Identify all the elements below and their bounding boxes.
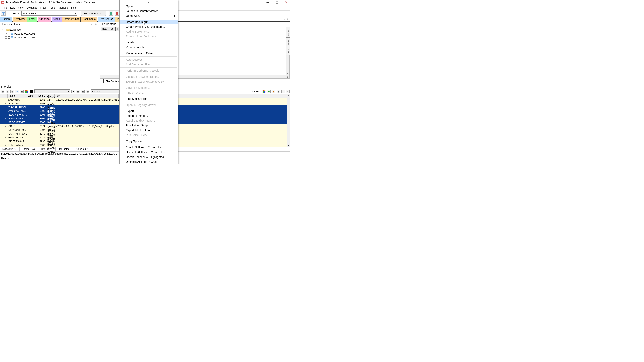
tree-checkbox[interactable] bbox=[8, 36, 10, 39]
menu-scroll-up-icon[interactable]: ▲ bbox=[120, 1, 178, 4]
fl-btn-7[interactable]: ▦ bbox=[76, 90, 80, 93]
content-bottom-tab[interactable]: File Content bbox=[103, 79, 122, 83]
side-tab-media[interactable]: Media bbox=[286, 38, 290, 47]
menu-item-review-labels[interactable]: Review Labels... bbox=[120, 45, 178, 50]
row-checkbox[interactable] bbox=[2, 128, 2, 132]
menu-evidence[interactable]: Evidence bbox=[25, 6, 38, 10]
tab-internet-chat[interactable]: Internet/Chat bbox=[62, 16, 80, 22]
column-header[interactable]: Label bbox=[27, 94, 37, 98]
side-tab-web[interactable]: Web bbox=[286, 47, 290, 55]
menu-item-export[interactable]: Export... bbox=[120, 109, 178, 114]
tab-explore[interactable]: Explore bbox=[0, 16, 12, 22]
menu-item-launch-in-content-viewer[interactable]: Launch in Content Viewer bbox=[120, 8, 178, 13]
menu-item-create-bookmark[interactable]: Create Bookmark... bbox=[120, 20, 178, 24]
row-checkbox[interactable] bbox=[2, 132, 2, 136]
tab-live-search[interactable]: Live Search bbox=[98, 16, 115, 22]
view-tab-hex[interactable]: Hex bbox=[100, 27, 108, 31]
minimize-button[interactable]: — bbox=[265, 0, 270, 4]
fl-globe-icon[interactable]: ◉ bbox=[267, 90, 270, 93]
menu-item-check-all-files-in-current-list[interactable]: Check All Files in Current List bbox=[120, 145, 178, 150]
fl-btn-2[interactable]: ▤ bbox=[6, 90, 9, 93]
menu-item-check-uncheck-all-highlighted[interactable]: Check/Uncheck All Highlighted bbox=[120, 154, 178, 159]
tab-overview[interactable]: Overview bbox=[12, 16, 27, 22]
row-checkbox[interactable] bbox=[2, 109, 2, 113]
fl-btn-8[interactable]: ▦ bbox=[81, 90, 84, 93]
fl-pencil-icon[interactable]: ✎ bbox=[15, 90, 19, 93]
tab-bookmarks[interactable]: Bookmarks bbox=[81, 16, 97, 22]
menu-item-uncheck-all-files-in-case[interactable]: Uncheck All Files in Case bbox=[120, 159, 178, 164]
tab-graphics[interactable]: Graphics bbox=[38, 16, 52, 22]
fl-r4-icon[interactable]: ▦ bbox=[276, 90, 280, 93]
fl-btn-6[interactable]: ▾ bbox=[72, 90, 75, 93]
menu-edit[interactable]: Edit bbox=[9, 6, 16, 10]
row-checkbox[interactable] bbox=[2, 117, 2, 120]
fl-color-icon[interactable] bbox=[25, 90, 28, 93]
fl-r3-icon[interactable]: ◉ bbox=[272, 90, 275, 93]
grid-scrollbar[interactable]: ▲▼ bbox=[287, 94, 290, 147]
toolbar-icon-2[interactable] bbox=[115, 11, 119, 16]
menu-item-run-python-script[interactable]: Run Python Script... bbox=[120, 123, 178, 128]
column-header[interactable]: Item... bbox=[37, 94, 46, 98]
tree-checkbox[interactable] bbox=[8, 32, 10, 35]
toolbar-icon-1[interactable] bbox=[109, 11, 113, 16]
filter-manager-button[interactable]: Filter Manager... bbox=[81, 11, 106, 16]
context-menu[interactable]: ▲ OpenLaunch in Content ViewerOpen With.… bbox=[119, 0, 178, 164]
tab-scroll-left-icon[interactable]: ◄ bbox=[283, 18, 286, 20]
tab-email[interactable]: Email bbox=[27, 16, 37, 22]
tree-item-label[interactable]: M29962-0027.001 bbox=[14, 32, 35, 35]
menu-file[interactable]: File bbox=[2, 6, 8, 10]
row-checkbox[interactable] bbox=[2, 140, 2, 143]
fl-select-1[interactable] bbox=[34, 89, 70, 93]
close-button[interactable]: ✕ bbox=[284, 0, 288, 4]
tree-collapse-icon[interactable]: − bbox=[1, 28, 4, 31]
evidence-tree[interactable]: − Evidence + M29962-0027.001 + M29962-00… bbox=[0, 26, 99, 41]
row-checkbox[interactable] bbox=[2, 136, 2, 139]
row-checkbox[interactable] bbox=[2, 98, 2, 101]
scroll-down-icon[interactable]: ▼ bbox=[287, 72, 290, 75]
row-checkbox[interactable] bbox=[2, 102, 2, 105]
row-checkbox[interactable] bbox=[2, 106, 2, 109]
scroll-right-icon[interactable]: ► bbox=[287, 76, 290, 78]
menu-item-copy-special[interactable]: Copy Special... bbox=[120, 139, 178, 144]
menu-item-labels[interactable]: Labels... bbox=[120, 40, 178, 45]
scroll-up-icon[interactable]: ▲ bbox=[288, 94, 290, 97]
side-tab-default[interactable]: Default bbox=[286, 27, 290, 38]
column-header[interactable] bbox=[0, 94, 4, 98]
menu-item-export-file-list-info[interactable]: Export File List Info... bbox=[120, 128, 178, 133]
tab-video[interactable]: Video bbox=[52, 16, 62, 22]
menu-help[interactable]: Help bbox=[70, 6, 78, 10]
menu-item-mount-image-to-drive[interactable]: Mount Image to Drive... bbox=[120, 51, 178, 56]
fl-close-icon[interactable]: ✕ bbox=[281, 90, 285, 93]
menu-manage[interactable]: Manage bbox=[58, 6, 69, 10]
fl-r1-icon[interactable] bbox=[262, 90, 266, 93]
nav-back-icon[interactable]: ◄ bbox=[90, 22, 93, 26]
row-checkbox[interactable] bbox=[2, 124, 2, 128]
fl-btn-5[interactable]: ▦ bbox=[20, 90, 24, 93]
tree-item-label[interactable]: M29962-0030.001 bbox=[14, 36, 35, 39]
view-tab-text[interactable]: Text bbox=[108, 27, 116, 31]
tab-scroll-right-icon[interactable]: ► bbox=[287, 18, 289, 20]
row-checkbox[interactable] bbox=[2, 113, 2, 116]
tree-root-label[interactable]: Evidence bbox=[10, 28, 20, 31]
tree-checkbox[interactable] bbox=[4, 28, 6, 31]
fl-btn-9[interactable]: ▦ bbox=[86, 90, 90, 93]
filter-select[interactable]: Actual Files bbox=[21, 11, 77, 16]
tree-expand-icon[interactable]: + bbox=[5, 36, 8, 39]
menu-item-find-similar-files[interactable]: Find Similar Files bbox=[120, 96, 178, 101]
maximize-button[interactable]: ▢ bbox=[274, 0, 279, 4]
menu-item-open-with[interactable]: Open With...▶ bbox=[120, 13, 178, 18]
menu-item-open[interactable]: Open bbox=[120, 4, 178, 8]
column-header[interactable] bbox=[4, 94, 8, 98]
column-header[interactable]: Name bbox=[8, 94, 27, 98]
menu-filter[interactable]: Filter bbox=[39, 6, 48, 10]
row-checkbox[interactable] bbox=[2, 121, 2, 124]
scroll-left-icon[interactable]: ◄ bbox=[100, 76, 103, 78]
fl-btn-3[interactable]: ▥ bbox=[10, 90, 14, 93]
column-header[interactable]: Path bbox=[55, 94, 118, 98]
menu-item-create-project-vic-bookmark[interactable]: Create Project VIC Bookmark... bbox=[120, 24, 178, 29]
menu-view[interactable]: View bbox=[16, 6, 24, 10]
fl-r5-icon[interactable]: ▾ bbox=[286, 90, 290, 93]
menu-tools[interactable]: Tools bbox=[48, 6, 57, 10]
fl-btn-1[interactable]: ▦ bbox=[1, 90, 4, 93]
scroll-down-icon[interactable]: ▼ bbox=[288, 144, 290, 147]
